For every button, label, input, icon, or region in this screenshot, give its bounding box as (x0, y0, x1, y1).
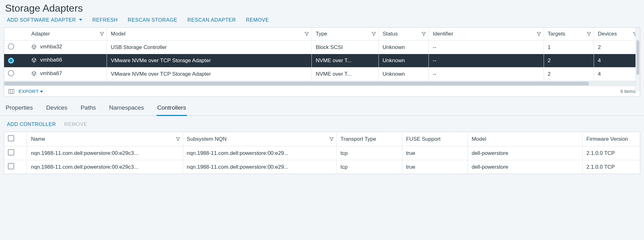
col-fuse-support[interactable]: FUSE Support (402, 132, 468, 146)
col-identifier[interactable]: Identifier (429, 28, 544, 41)
col-transport-type[interactable]: Transport Type (337, 132, 402, 146)
col-identifier-label: Identifier (433, 31, 453, 37)
cell-status: Unknown (379, 54, 429, 67)
cell-name: nqn.1988-11.com.dell:powerstore:00:e29c3… (27, 160, 183, 174)
col-devices[interactable]: Devices (594, 28, 640, 41)
cell-identifier: -- (429, 41, 544, 54)
svg-rect-0 (9, 89, 14, 93)
add-software-adapter-button[interactable]: ADD SOFTWARE ADAPTER (7, 17, 82, 23)
h-scrollbar[interactable] (4, 81, 640, 86)
remove-adapter-button[interactable]: REMOVE (246, 17, 269, 23)
tab-paths[interactable]: Paths (80, 104, 97, 116)
col-subsystem-nqn-label: Subsystem NQN (187, 136, 227, 142)
col-devices-label: Devices (598, 31, 617, 37)
cell-model: VMware NVMe over TCP Storage Adapter (107, 67, 312, 81)
row-select-cell[interactable] (4, 41, 27, 54)
tab-properties[interactable]: Properties (5, 104, 34, 116)
table-row[interactable]: nqn.1988-11.com.dell:powerstore:00:e29c3… (4, 160, 640, 174)
col-name-label: Name (31, 136, 45, 142)
cell-firmware-version: 2.1.0.0 TCP (583, 146, 640, 160)
col-targets[interactable]: Targets (544, 28, 594, 41)
cell-type: NVME over T... (312, 67, 379, 81)
col-firmware-version[interactable]: Firmware Version (583, 132, 640, 146)
adapters-footer: EXPORT 9 items (4, 86, 640, 96)
columns-icon[interactable] (8, 89, 14, 94)
detail-tabs: PropertiesDevicesPathsNamespacesControll… (0, 97, 644, 116)
cell-devices: 4 (594, 54, 640, 67)
col-targets-label: Targets (548, 31, 565, 37)
remove-controller-button[interactable]: REMOVE (64, 122, 87, 127)
table-row[interactable]: vmhba66VMware NVMe over TCP Storage Adap… (4, 54, 640, 67)
col-model[interactable]: Model (107, 28, 312, 41)
filter-icon[interactable] (329, 137, 334, 141)
filter-icon[interactable] (537, 32, 541, 36)
col-checkbox[interactable] (4, 132, 27, 146)
row-checkbox[interactable] (8, 149, 14, 155)
cell-subsystem-nqn: nqn.1988-11.com.dell:powerstore:00:e29..… (183, 160, 337, 174)
v-scrollbar[interactable] (636, 28, 640, 91)
row-select-cell[interactable] (4, 54, 27, 67)
cell-type: Block SCSI (312, 41, 379, 54)
radio-button[interactable] (8, 43, 14, 50)
cell-model: dell-powerstore (468, 160, 583, 174)
cell-devices: 2 (594, 41, 640, 54)
radio-button[interactable] (8, 57, 14, 64)
col-model-label: Model (111, 31, 125, 37)
col-type[interactable]: Type (312, 28, 379, 41)
adapters-table: Adapter Model Type (4, 28, 640, 81)
adapter-icon (31, 44, 37, 50)
cell-fuse-support: true (402, 146, 468, 160)
row-select-cell[interactable] (4, 146, 27, 160)
v-scrollbar-thumb[interactable] (636, 40, 639, 75)
item-count: 9 items (620, 89, 636, 94)
cell-model: USB Storage Controller (107, 41, 312, 54)
filter-icon[interactable] (422, 32, 426, 36)
table-row[interactable]: vmhba32USB Storage ControllerBlock SCSIU… (4, 41, 640, 54)
add-controller-button[interactable]: ADD CONTROLLER (7, 122, 56, 127)
col-type-label: Type (316, 31, 327, 37)
col-adapter[interactable]: Adapter (27, 28, 107, 41)
export-button[interactable]: EXPORT (19, 89, 43, 94)
filter-icon[interactable] (176, 137, 180, 141)
tab-namespaces[interactable]: Namespaces (109, 104, 145, 116)
cell-identifier: -- (429, 67, 544, 81)
table-row[interactable]: vmhba67VMware NVMe over TCP Storage Adap… (4, 67, 640, 81)
tab-devices[interactable]: Devices (46, 104, 68, 116)
h-scrollbar-thumb[interactable] (4, 82, 589, 85)
radio-button[interactable] (8, 70, 14, 76)
col-firmware-version-label: Firmware Version (586, 136, 628, 142)
table-row[interactable]: nqn.1988-11.com.dell:powerstore:00:e29c3… (4, 146, 640, 160)
tab-controllers[interactable]: Controllers (157, 104, 187, 116)
cell-adapter: vmhba67 (27, 67, 107, 81)
rescan-adapter-button[interactable]: RESCAN ADAPTER (188, 17, 236, 23)
filter-icon[interactable] (100, 32, 104, 36)
cell-targets: 1 (544, 41, 594, 54)
cell-model: dell-powerstore (468, 146, 583, 160)
adapter-icon (31, 71, 37, 76)
rescan-storage-button[interactable]: RESCAN STORAGE (128, 17, 177, 23)
filter-icon[interactable] (587, 32, 591, 36)
row-select-cell[interactable] (4, 160, 27, 174)
col-name[interactable]: Name (27, 132, 183, 146)
controllers-panel: Name Subsystem NQN Transport Type (4, 132, 640, 174)
col-model-label: Model (472, 136, 486, 142)
filter-icon[interactable] (305, 32, 309, 36)
row-select-cell[interactable] (4, 67, 27, 81)
cell-firmware-version: 2.1.0.0 TCP (583, 160, 640, 174)
col-transport-type-label: Transport Type (340, 136, 376, 142)
cell-adapter: vmhba66 (27, 54, 107, 67)
col-status[interactable]: Status (379, 28, 429, 41)
cell-transport-type: tcp (337, 160, 402, 174)
row-checkbox[interactable] (8, 163, 14, 169)
cell-model: VMware NVMe over TCP Storage Adapter (107, 54, 312, 67)
adapters-panel: Adapter Model Type (4, 27, 640, 97)
filter-icon[interactable] (372, 32, 376, 36)
col-model[interactable]: Model (468, 132, 583, 146)
cell-adapter-text: vmhba66 (40, 57, 62, 63)
cell-identifier: -- (429, 54, 544, 67)
controllers-toolbar: ADD CONTROLLER REMOVE (0, 116, 644, 132)
cell-status: Unknown (379, 41, 429, 54)
select-all-checkbox[interactable] (8, 135, 14, 141)
refresh-button[interactable]: REFRESH (92, 17, 118, 23)
col-subsystem-nqn[interactable]: Subsystem NQN (183, 132, 337, 146)
